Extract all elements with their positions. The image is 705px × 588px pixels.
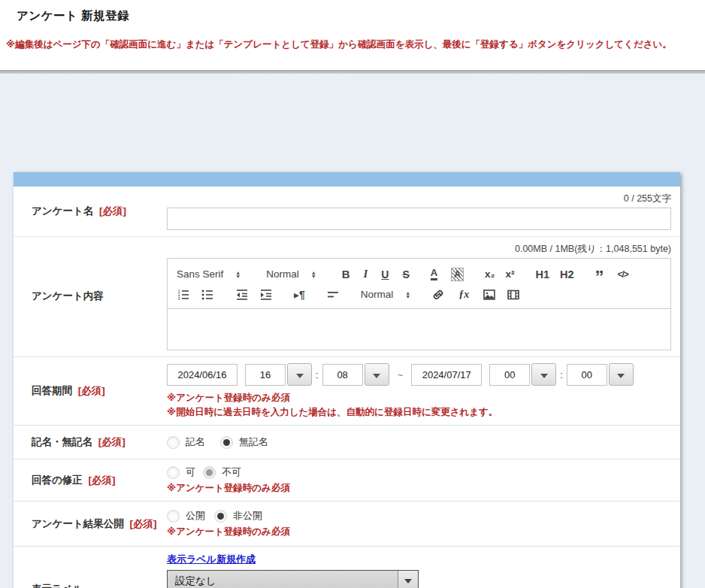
radio-icon	[167, 436, 180, 449]
start-date-input[interactable]	[167, 364, 238, 386]
code-block-button[interactable]: </>	[618, 269, 628, 280]
link-button[interactable]	[431, 288, 445, 302]
size-select[interactable]: Normal ▲▼	[266, 268, 316, 280]
modify-note: ※アンケート登録時のみ必須	[167, 481, 671, 495]
create-display-label-link[interactable]: 表示ラベル新規作成	[167, 553, 671, 566]
font-select[interactable]: Sans Serif ▲▼	[177, 268, 241, 280]
radio-icon	[167, 466, 180, 479]
row-survey-content: アンケート内容 0.00MB / 1MB(残り：1,048,551 byte) …	[14, 236, 680, 356]
period-note-2: ※開始日時に過去日時を入力した場合は、自動的に登録日時に変更されます。	[167, 405, 671, 419]
editor-content-area[interactable]	[167, 308, 671, 350]
editor-toolbar: Sans Serif ▲▼ Normal ▲▼ B I U S A A	[167, 258, 671, 309]
svg-text:3: 3	[178, 296, 180, 301]
strike-button[interactable]: S	[402, 268, 409, 280]
radio-public[interactable]: 公開	[167, 509, 205, 523]
formula-button[interactable]: ƒx	[458, 289, 469, 301]
radio-modify-allowed[interactable]: 可	[167, 465, 195, 479]
answer-modify-label: 回答の修正 [必須]	[14, 459, 167, 501]
display-label-label: 表示ラベル	[14, 547, 167, 588]
required-badge: [必須]	[98, 436, 126, 447]
direction-button[interactable]: ▸¶	[294, 289, 305, 301]
outdent-button[interactable]	[235, 288, 249, 302]
end-minute-spinner[interactable]	[609, 363, 634, 386]
publish-note: ※アンケート登録時のみ必須	[167, 525, 671, 538]
superscript-button[interactable]: x²	[505, 268, 514, 280]
row-anonymity: 記名・無記名 [必須] 記名 無記名	[14, 425, 680, 459]
row-survey-name: アンケート名 [必須] 0 / 255文字	[14, 186, 680, 236]
header-2-button[interactable]: H2	[560, 268, 574, 280]
line-style-select[interactable]: Normal ▲▼	[361, 289, 410, 300]
required-badge: [必須]	[89, 474, 116, 486]
radio-modify-not-allowed[interactable]: 不可	[203, 465, 241, 479]
survey-name-label: アンケート名 [必須]	[14, 186, 167, 236]
time-colon: :	[560, 369, 563, 380]
edit-instruction-note: ※編集後はページ下の「確認画面に進む」または「テンプレートとして登録」から確認画…	[6, 38, 702, 51]
row-answer-period: 回答期間 [必須] : ~ :	[14, 356, 680, 425]
header-1-button[interactable]: H1	[535, 268, 549, 280]
period-note-1: ※アンケート登録時のみ必須	[167, 391, 671, 405]
video-button[interactable]	[507, 288, 520, 302]
required-badge: [必須]	[78, 385, 105, 396]
ordered-list-button[interactable]: 123	[177, 288, 190, 302]
updown-arrows-icon: ▲▼	[311, 271, 316, 278]
down-arrow-icon	[617, 374, 625, 378]
down-arrow-icon	[296, 374, 304, 378]
start-hour-input[interactable]	[245, 364, 286, 386]
answer-period-label: 回答期間 [必須]	[14, 357, 167, 425]
result-publish-label: アンケート結果公開 [必須]	[14, 502, 167, 546]
blockquote-button[interactable]: ”	[595, 267, 604, 281]
page-title: アンケート 新規登録	[17, 8, 129, 24]
survey-form-panel: アンケート名 [必須] 0 / 255文字 アンケート内容 0.00MB / 1…	[14, 172, 680, 588]
row-display-label: 表示ラベル 表示ラベル新規作成 設定なし 表示ラベル追加	[14, 546, 680, 588]
radio-icon	[220, 436, 233, 449]
bullet-list-button[interactable]	[201, 288, 214, 302]
down-arrow-icon	[540, 374, 548, 378]
end-minute-input[interactable]	[567, 364, 607, 386]
survey-name-input[interactable]	[167, 208, 671, 230]
underline-button[interactable]: U	[381, 268, 389, 280]
bold-button[interactable]: B	[342, 268, 350, 280]
radio-icon	[203, 466, 216, 479]
required-badge: [必須]	[99, 205, 126, 217]
radio-anonymous[interactable]: 無記名	[220, 435, 268, 449]
size-counter: 0.00MB / 1MB(残り：1,048,551 byte)	[167, 243, 671, 256]
anonymity-label: 記名・無記名 [必須]	[14, 426, 167, 459]
time-colon: :	[316, 369, 319, 380]
text-color-button[interactable]: A	[431, 268, 437, 280]
start-minute-input[interactable]	[322, 364, 363, 386]
italic-button[interactable]: I	[364, 268, 368, 280]
select-arrow-icon	[398, 571, 418, 588]
radio-private[interactable]: 非公開	[214, 509, 262, 523]
subscript-button[interactable]: x₂	[485, 268, 495, 280]
radio-named[interactable]: 記名	[167, 435, 205, 449]
row-answer-modify: 回答の修正 [必須] 可 不可 ※アンケート登録時のみ必須	[14, 459, 680, 501]
start-hour-spinner[interactable]	[287, 363, 312, 386]
updown-arrows-icon: ▲▼	[405, 291, 410, 299]
page-background: アンケート名 [必須] 0 / 255文字 アンケート内容 0.00MB / 1…	[0, 74, 705, 588]
panel-header-bar	[14, 172, 680, 186]
end-date-input[interactable]	[411, 364, 482, 386]
align-button[interactable]	[326, 288, 340, 302]
end-hour-spinner[interactable]	[531, 363, 556, 386]
survey-content-label: アンケート内容	[14, 237, 167, 356]
end-hour-input[interactable]	[489, 364, 530, 386]
start-minute-spinner[interactable]	[365, 363, 389, 386]
radio-icon	[214, 510, 227, 523]
display-label-select[interactable]: 設定なし	[167, 570, 419, 588]
range-separator: ~	[398, 369, 404, 380]
required-badge: [必須]	[130, 518, 157, 529]
image-button[interactable]	[483, 288, 496, 302]
background-color-button[interactable]: A	[451, 268, 464, 281]
updown-arrows-icon: ▲▼	[235, 271, 241, 278]
row-result-publish: アンケート結果公開 [必須] 公開 非公開 ※アンケート登録時のみ必須	[14, 501, 680, 546]
radio-icon	[167, 510, 180, 523]
indent-button[interactable]	[259, 288, 273, 302]
char-counter: 0 / 255文字	[167, 192, 671, 205]
down-arrow-icon	[373, 374, 380, 378]
